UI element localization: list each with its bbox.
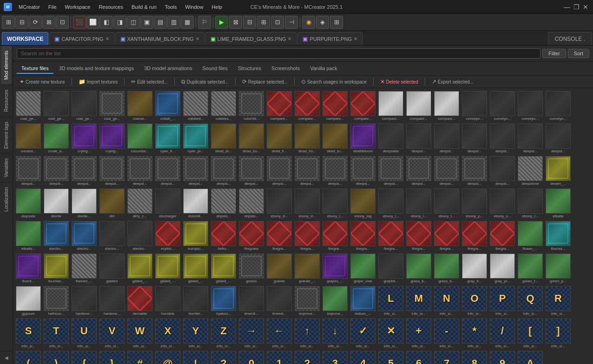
menu-workspace[interactable]: Workspace [61, 3, 94, 11]
texture-item[interactable]: electro... [99, 220, 125, 252]
texture-item[interactable]: ← info_si... [266, 318, 293, 349]
texture-item[interactable]: compare... [322, 90, 349, 122]
texture-item[interactable]: 6 info_si... [405, 350, 432, 364]
texture-item[interactable]: deepsl... [377, 155, 404, 187]
menu-window[interactable]: Window [181, 3, 207, 11]
texture-item[interactable]: dripsto... [238, 188, 265, 219]
texture-item[interactable]: 2 info_si... [294, 350, 321, 364]
sub-tab-sound[interactable]: Sound files [198, 64, 232, 74]
texture-item[interactable]: hornfel... [182, 285, 209, 317]
toolbar-btn-4[interactable]: ⊠ [42, 16, 55, 29]
replace-selected-button[interactable]: ⟳ Replace selected... [239, 78, 290, 86]
texture-item[interactable]: gray_fr... [461, 253, 488, 284]
texture-item[interactable]: deathbloom [349, 123, 376, 154]
texture-item[interactable]: P info_si... [489, 285, 516, 317]
texture-item[interactable]: Y info_si... [182, 318, 209, 349]
texture-item[interactable]: fourmar... [43, 253, 70, 284]
search-input[interactable] [17, 48, 540, 58]
texture-item[interactable]: T info_si... [43, 318, 70, 349]
tab-capacitor-close[interactable]: ✕ [105, 36, 109, 41]
toolbar-btn-19[interactable]: ⊞ [257, 16, 270, 29]
texture-item[interactable]: grapes_... [322, 253, 349, 284]
texture-item[interactable]: diorite... [71, 188, 98, 219]
texture-item[interactable]: deepsl... [349, 155, 376, 187]
texture-item[interactable]: V info_si... [99, 318, 125, 349]
texture-item[interactable]: } info_si... [99, 350, 125, 364]
texture-item[interactable]: deepsl... [294, 155, 321, 187]
texture-item[interactable]: firegra... [266, 220, 293, 252]
texture-item[interactable]: cobbles... [210, 90, 237, 122]
texture-item[interactable]: ( info_si... [15, 350, 42, 364]
texture-item[interactable]: green_p... [545, 253, 572, 284]
texture-item[interactable]: ebony_p... [461, 188, 488, 219]
texture-item[interactable]: ilmenit... [266, 285, 293, 317]
texture-item[interactable]: compare... [377, 90, 404, 122]
texture-item[interactable]: ebony_l... [433, 188, 460, 219]
texture-item[interactable]: coal_ge... [43, 90, 70, 122]
texture-item[interactable]: deepsl... [99, 155, 125, 187]
texture-item[interactable]: M info_si... [405, 285, 432, 317]
texture-item[interactable]: framed_... [71, 253, 98, 284]
texture-item[interactable]: cobbled... [182, 90, 209, 122]
texture-item[interactable]: deepsl... [489, 123, 516, 154]
texture-item[interactable]: Q info_si... [517, 285, 544, 317]
maximize-button[interactable]: ❐ [573, 3, 580, 11]
texture-item[interactable]: firegrass [238, 220, 265, 252]
texture-item[interactable]: compare... [266, 90, 293, 122]
texture-item[interactable]: grass_b... [433, 253, 460, 284]
texture-item[interactable]: discharger [154, 188, 181, 219]
edit-selected-button[interactable]: ✏ Edit selected... [128, 78, 171, 86]
toolbar-btn-2[interactable]: ⊟ [15, 16, 28, 29]
tab-xanthanium[interactable]: ▣ XANTHANIUM_BLOCK.PNG ✕ [115, 32, 204, 45]
texture-item[interactable]: deepslate [377, 123, 404, 154]
sub-tab-models[interactable]: 3D models and texture mappings [54, 64, 138, 74]
sub-tab-vanilla[interactable]: Vanilla pack [305, 64, 342, 74]
toolbar-btn-7[interactable]: ⬜ [86, 16, 99, 29]
sidebar-item-mod-elements[interactable]: Mod elements [1, 46, 12, 84]
tab-workspace[interactable]: WORKSPACE [2, 32, 48, 45]
sidebar-item-element-tags[interactable]: Element tags [1, 117, 12, 153]
texture-item[interactable]: → info_si... [238, 318, 265, 349]
texture-item[interactable]: N info_si... [433, 285, 460, 317]
toolbar-btn-18[interactable]: ⊟ [243, 16, 256, 29]
texture-item[interactable]: coal_ge... [99, 90, 125, 122]
texture-item[interactable]: deepsl... [461, 155, 488, 187]
texture-item[interactable]: hematite [126, 285, 153, 317]
menu-build-&-run[interactable]: Build & run [128, 3, 160, 11]
texture-item[interactable]: fiefru... [210, 220, 237, 252]
tab-purpurite-close[interactable]: ✕ [354, 36, 357, 41]
tab-console[interactable]: CONSOLE . [548, 32, 592, 45]
sub-tab-screenshots[interactable]: Screenshots [267, 64, 304, 74]
texture-item[interactable]: U info_si... [71, 318, 98, 349]
texture-item[interactable]: electro... [71, 220, 98, 252]
texture-item[interactable]: ✓ info_si... [349, 318, 376, 349]
texture-item[interactable]: gilded_... [126, 253, 153, 284]
texture-item[interactable]: ] info_si... [545, 318, 572, 349]
texture-item[interactable]: deepsl... [405, 155, 432, 187]
texture-item[interactable]: # info_si... [126, 350, 153, 364]
texture-item[interactable]: crying... [71, 123, 98, 154]
texture-item[interactable]: ✕ info_si... [377, 318, 404, 349]
texture-item[interactable]: deepsl... [517, 123, 544, 154]
texture-item[interactable]: deepsl... [15, 155, 42, 187]
texture-item[interactable]: fluorit... [15, 253, 42, 284]
tab-purpurite[interactable]: ▣ PURPURITE.PNG ✕ [297, 32, 362, 45]
run-btn[interactable]: ▶ [215, 16, 228, 29]
texture-item[interactable]: grape_vine [349, 253, 376, 284]
texture-item[interactable]: compare... [349, 90, 376, 122]
texture-item[interactable]: granite_... [294, 253, 321, 284]
texture-item[interactable]: dead_tu... [322, 123, 349, 154]
texture-item[interactable]: cyan_pr... [182, 123, 209, 154]
toolbar-btn-13[interactable]: ▥ [167, 16, 180, 29]
texture-item[interactable]: @ info_si... [154, 350, 181, 364]
menu-tools[interactable]: Tools [161, 3, 181, 11]
menu-resources[interactable]: Resources [95, 3, 127, 11]
texture-item[interactable]: deepsl... [43, 155, 70, 187]
menu-file[interactable]: File [45, 3, 60, 11]
menu-help[interactable]: Help [208, 3, 226, 11]
sidebar-item-resources[interactable]: Resources [1, 84, 12, 117]
tab-lime-glass-close[interactable]: ✕ [288, 36, 291, 41]
texture-item[interactable]: elbaite [545, 188, 572, 219]
texture-item[interactable]: 5 info_si... [377, 350, 404, 364]
texture-item[interactable]: deepsl... [433, 155, 460, 187]
